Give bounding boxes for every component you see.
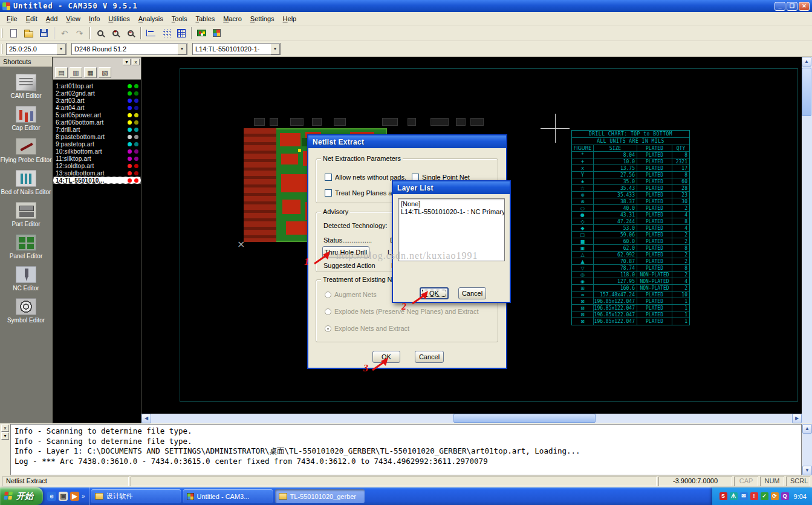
shortcut-item[interactable]: Part Editor [0, 202, 52, 227]
layer-status-dot[interactable] [134, 164, 138, 168]
shortcut-item[interactable]: Symbol Editor [0, 298, 52, 324]
layer-list-option[interactable]: [None] [401, 200, 502, 208]
alert-tray-icon[interactable]: ! [750, 492, 758, 500]
layer-copy-button[interactable]: ▥ [70, 67, 82, 78]
menu-item[interactable]: Tools [167, 13, 192, 24]
panel-pin-button[interactable]: ▾ [123, 59, 131, 65]
layer-row[interactable]: 7:drill.art [53, 126, 141, 133]
scroll-up-button[interactable]: ▲ [802, 57, 811, 67]
zoom-out-button[interactable]: − [123, 27, 138, 40]
layer-status-dot[interactable] [134, 91, 138, 96]
layer-row[interactable]: 11:silktop.art [53, 155, 141, 162]
layer-row[interactable]: 4:art04.art [53, 104, 141, 111]
taskbar-clock[interactable]: 9:04 [794, 493, 807, 500]
layer-row[interactable]: 2:art02gnd.art [53, 90, 141, 97]
minimize-button[interactable]: _ [775, 2, 785, 11]
start-button[interactable]: 开始 [0, 487, 43, 505]
layer-table-button[interactable]: ▦ [84, 67, 97, 78]
explode-nets-radio[interactable]: Explode Nets and Extract [325, 325, 409, 332]
zoom-in-button[interactable]: + [108, 27, 123, 40]
layer-color-dot[interactable] [128, 164, 132, 168]
show-desktop-icon[interactable]: ▣ [59, 492, 68, 501]
shortcut-item[interactable]: Panel Editor [0, 234, 52, 259]
chevron-down-icon[interactable]: ▼ [56, 44, 66, 54]
layer-status-dot[interactable] [134, 99, 138, 103]
layer-status-dot[interactable] [134, 149, 138, 154]
menu-item[interactable]: Settings [246, 13, 279, 24]
panel-close-button[interactable]: x [132, 59, 140, 65]
layer-list-option[interactable]: L14:TL-550101020-1- : NC Primary [401, 208, 502, 216]
chat-tray-icon[interactable]: Q [781, 492, 789, 500]
shortcut-item[interactable]: Flying Probe Editor [0, 138, 52, 163]
layer-row[interactable]: 10:silkbottom.art [53, 148, 141, 155]
log-detach-button[interactable]: ▾ [1, 432, 9, 440]
layer-status-dot[interactable] [134, 142, 138, 146]
layer-color-dot[interactable] [128, 128, 132, 132]
shortcut-item[interactable]: Bed of Nails Editor [0, 170, 52, 195]
layer-status-dot[interactable] [134, 120, 138, 125]
layer-status-dot[interactable] [134, 84, 138, 88]
layer-color-dot[interactable] [128, 120, 132, 125]
layer-row[interactable]: 13:soldbottom.art [53, 169, 141, 177]
toolbar-grip[interactable] [1, 28, 2, 38]
netlist-cancel-button[interactable]: Cancel [415, 351, 444, 363]
layer-row[interactable]: 12:soldtop.art [53, 162, 141, 169]
netlist-dialog-titlebar[interactable]: Netlist Extract [308, 135, 506, 148]
chevron-down-icon[interactable]: ▼ [177, 44, 187, 54]
log-scroll-up-button[interactable]: ▲ [802, 424, 812, 434]
layer-color-dot[interactable] [128, 142, 132, 146]
layer-color-dot[interactable] [128, 84, 132, 88]
wireless-tray-icon[interactable]: ᗑ [730, 492, 738, 500]
shortcut-item[interactable]: CAM Editor [0, 74, 52, 99]
layer-row[interactable]: 14:TL-5501010... [53, 177, 141, 184]
layer-color-dot[interactable] [128, 106, 132, 110]
layer-status-dot[interactable] [134, 128, 138, 132]
zoom-window-button[interactable] [93, 27, 108, 40]
layer-row[interactable]: 6:art06bottom.art [53, 119, 141, 126]
menu-item[interactable]: Info [85, 13, 104, 24]
security-tray-icon[interactable]: ✓ [761, 492, 768, 500]
internet-explorer-icon[interactable]: e [47, 492, 56, 501]
radio-icon[interactable] [325, 292, 331, 298]
title-bar[interactable]: Untitled - CAM350 V 9.5.1 _ ❐ ✕ [0, 0, 812, 12]
quick-launch-overflow-icon[interactable]: » [82, 493, 85, 500]
menu-item[interactable]: File [2, 13, 22, 24]
menu-item[interactable]: Utilities [104, 13, 134, 24]
scroll-left-button[interactable]: ◀ [141, 414, 151, 423]
menu-item[interactable]: Add [42, 13, 62, 24]
vertical-scroll-thumb[interactable] [802, 68, 811, 116]
layer-add-button[interactable]: ▤ [55, 67, 68, 78]
layer-row[interactable]: 9:pastetop.art [53, 140, 141, 148]
save-button[interactable] [36, 27, 51, 40]
checkbox-icon[interactable] [325, 189, 332, 197]
layer-status-dot[interactable] [134, 106, 138, 110]
layer-color-dot[interactable] [128, 149, 132, 154]
horizontal-scrollbar[interactable]: ◀ ▶ [141, 414, 802, 423]
log-close-button[interactable]: x [1, 425, 9, 432]
layer-color-dot[interactable] [128, 135, 132, 139]
layer-row[interactable]: 8:pastebottom.art [53, 133, 141, 140]
scroll-right-button[interactable]: ▶ [792, 414, 802, 423]
layer-status-dot[interactable] [134, 113, 138, 117]
layer-sets-button[interactable]: ▧ [99, 67, 111, 78]
new-file-button[interactable] [6, 27, 21, 40]
layer-row[interactable]: 3:art03.art [53, 97, 141, 104]
taskbar-task[interactable]: TL-550101020_gerber [275, 489, 365, 503]
layer-status-dot[interactable] [134, 135, 138, 139]
layer-list-dialog-titlebar[interactable]: Layer List [393, 181, 510, 194]
grid-points-button[interactable] [158, 27, 174, 40]
update-tray-icon[interactable]: ⟳ [771, 492, 779, 500]
radio-icon[interactable] [325, 308, 331, 315]
taskbar-task[interactable]: 设计软件 [91, 489, 181, 503]
menu-item[interactable]: Help [279, 13, 301, 24]
checkbox-icon[interactable] [325, 174, 332, 181]
log-scroll-down-button[interactable]: ▼ [802, 466, 812, 475]
log-scrollbar[interactable]: ▲ ▼ [802, 424, 812, 475]
chevron-down-icon[interactable]: ▼ [270, 44, 280, 54]
layer-colors-button[interactable] [209, 27, 224, 40]
open-file-button[interactable] [21, 27, 36, 40]
log-output[interactable]: Info - Scanning to determine file type.I… [10, 424, 802, 475]
grid-size-combo[interactable]: 25.0:25.0 ▼ [6, 43, 67, 55]
treat-neg-planes-checkbox[interactable]: Treat Neg Planes as S [325, 189, 401, 197]
horizontal-scroll-thumb[interactable] [453, 414, 596, 423]
